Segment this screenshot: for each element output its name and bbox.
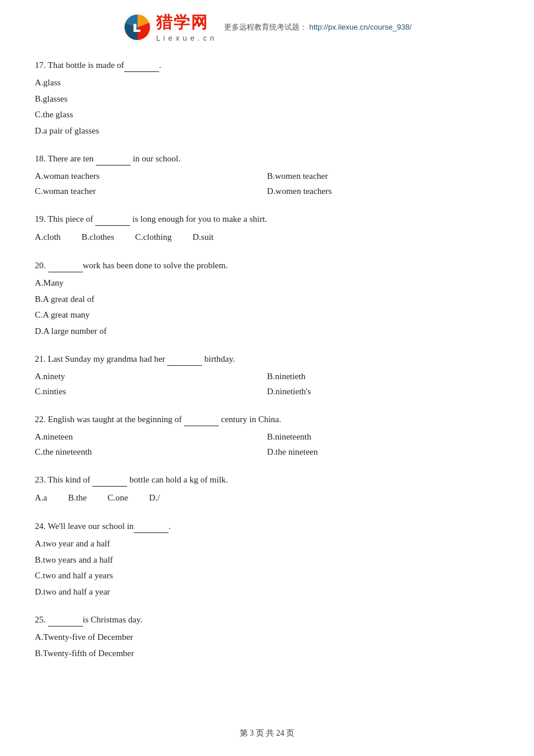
question-19-text: 19. This piece of is long enough for you… (35, 211, 499, 226)
course-link[interactable]: http://px.liexue.cn/course_938/ (309, 23, 412, 31)
logo-text-group: 猎学网 L i e x u e . c n (156, 12, 215, 42)
option-24-c: C.two and half a years (35, 568, 499, 584)
blank-18 (96, 151, 131, 165)
option-21-c: C.ninties (35, 384, 267, 399)
blank-20 (48, 258, 83, 272)
options-19: A.cloth B.clothes C.clothing D.suit (35, 229, 499, 245)
option-17-a: A.glass (35, 75, 499, 91)
option-22-d: D.the nineteen (267, 445, 499, 460)
options-24: A.two year and a half B.two years and a … (35, 537, 499, 599)
option-21-a: A.ninety (35, 369, 267, 384)
blank-23 (92, 472, 127, 487)
option-18-d: D.women teachers (267, 184, 499, 199)
option-20-c: C.A great many (35, 308, 499, 323)
option-20-d: D.A large number of (35, 324, 499, 339)
options-20: A.Many B.A great deal of C.A great many … (35, 276, 499, 339)
logo-icon (122, 12, 153, 42)
option-23-c: C.one (107, 490, 128, 506)
option-18-a: A.woman teachers (35, 169, 267, 184)
option-24-a: A.two year and a half (35, 537, 499, 552)
page-number: 第 3 页 共 24 页 (240, 729, 295, 737)
option-20-b: B.A great deal of (35, 292, 499, 307)
blank-22 (184, 412, 219, 426)
option-23-b: B.the (68, 490, 86, 506)
question-19: 19. This piece of is long enough for you… (35, 211, 499, 245)
blank-21 (167, 351, 202, 366)
logo-chinese: 猎学网 (156, 12, 215, 34)
options-18: A.woman teachers B.women teacher C.woman… (35, 169, 499, 199)
page: 猎学网 L i e x u e . c n 更多远程教育统考试题： http:/… (0, 0, 534, 756)
logo-pinyin: L i e x u e . c n (156, 34, 215, 42)
question-23: 23. This kind of bottle can hold a kg of… (35, 472, 499, 506)
option-18-c: C.woman teacher (35, 184, 267, 199)
question-20: 20. work has been done to solve the prob… (35, 258, 499, 339)
question-18-text: 18. There are ten in our school. (35, 151, 499, 165)
logo-container: 猎学网 L i e x u e . c n 更多远程教育统考试题： http:/… (122, 12, 412, 42)
options-23: A.a B.the C.one D./ (35, 490, 499, 506)
option-23-d: D./ (149, 490, 160, 506)
option-25-a: A.Twenty-five of December (35, 630, 499, 645)
option-17-d: D.a pair of glasses (35, 124, 499, 139)
question-21-text: 21. Last Sunday my grandma had her birth… (35, 351, 499, 366)
option-22-c: C.the nineteenth (35, 445, 267, 460)
option-18-b: B.women teacher (267, 169, 499, 184)
question-18: 18. There are ten in our school. A.woman… (35, 151, 499, 199)
option-23-a: A.a (35, 490, 47, 506)
blank-19 (95, 211, 130, 226)
blank-24 (134, 519, 168, 533)
option-21-d: D.ninetieth's (267, 384, 499, 399)
question-17: 17. That bottle is made of . A.glass B.g… (35, 57, 499, 138)
blank-17 (124, 57, 159, 72)
question-22-text: 22. English was taught at the beginning … (35, 412, 499, 426)
question-24: 24. We'll leave our school in . A.two ye… (35, 519, 499, 599)
option-17-b: B.glasses (35, 92, 499, 107)
options-17: A.glass B.glasses C.the glass D.a pair o… (35, 75, 499, 138)
option-24-d: D.two and half a year (35, 585, 499, 600)
blank-25 (48, 612, 83, 627)
option-19-d: D.suit (193, 229, 214, 245)
option-22-b: B.nineteenth (267, 430, 499, 445)
option-17-c: C.the glass (35, 107, 499, 123)
question-17-text: 17. That bottle is made of . (35, 57, 499, 72)
option-19-c: C.clothing (135, 229, 172, 245)
option-19-a: A.cloth (35, 229, 61, 245)
question-20-text: 20. work has been done to solve the prob… (35, 258, 499, 272)
svg-rect-2 (134, 30, 140, 32)
option-22-a: A.nineteen (35, 430, 267, 445)
header: 猎学网 L i e x u e . c n 更多远程教育统考试题： http:/… (35, 12, 499, 47)
question-23-text: 23. This kind of bottle can hold a kg of… (35, 472, 499, 487)
question-22: 22. English was taught at the beginning … (35, 412, 499, 459)
page-footer: 第 3 页 共 24 页 (0, 728, 534, 739)
header-link: 更多远程教育统考试题： http://px.liexue.cn/course_9… (224, 22, 412, 33)
question-21: 21. Last Sunday my grandma had her birth… (35, 351, 499, 399)
option-21-b: B.ninetieth (267, 369, 499, 384)
options-25: A.Twenty-five of December B.Twenty-fifth… (35, 630, 499, 661)
options-21: A.ninety B.ninetieth C.ninties D.ninetie… (35, 369, 499, 399)
option-19-b: B.clothes (82, 229, 114, 245)
option-24-b: B.two years and a half (35, 553, 499, 568)
question-25-text: 25. is Christmas day. (35, 612, 499, 627)
options-22: A.nineteen B.nineteenth C.the nineteenth… (35, 430, 499, 459)
option-25-b: B.Twenty-fifth of December (35, 646, 499, 661)
option-20-a: A.Many (35, 276, 499, 291)
question-24-text: 24. We'll leave our school in . (35, 519, 499, 533)
question-25: 25. is Christmas day. A.Twenty-five of D… (35, 612, 499, 661)
